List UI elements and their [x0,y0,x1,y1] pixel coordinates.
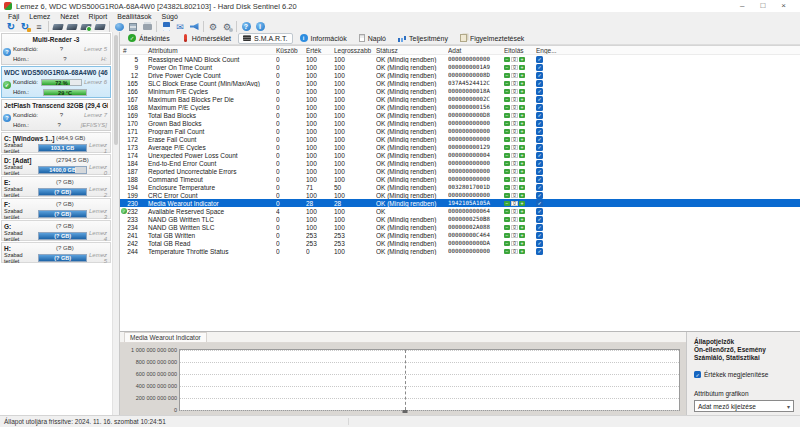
offset-minus-button[interactable]: − [504,113,510,118]
offset-minus-button[interactable]: − [504,97,510,102]
offset-plus-button[interactable]: + [519,97,525,102]
table-row[interactable]: 242 Total GB Read 0 253 253 OK (Mindig r… [120,239,800,247]
settings-icon[interactable]: ⚙ [206,21,220,32]
offset-minus-button[interactable]: − [504,105,510,110]
offset-minus-button[interactable]: − [504,193,510,198]
sidebar-scrollbar[interactable] [112,32,119,415]
table-row[interactable]: 241 Total GB Written 0 253 253 OK (Mindi… [120,231,800,239]
partition-item[interactable]: D: [Adat] (2794,5 GB) Szabad terület 140… [1,154,111,175]
offset-minus-button[interactable]: − [504,73,510,78]
enabled-checkbox[interactable] [536,104,543,111]
partition-item[interactable]: H: (? GB) Szabad terület (? GB) Lemez 5 [1,242,111,263]
enabled-checkbox[interactable] [536,208,543,215]
minimize-button[interactable]: – [740,0,744,12]
enabled-checkbox[interactable] [536,216,543,223]
refresh-icon[interactable]: ↻ [4,21,18,32]
disk-item-wdc-selected[interactable]: WDC WDS500G1R0A-68A4W0 (465,8 G Kondíció… [1,66,111,98]
enabled-checkbox[interactable] [536,136,543,143]
table-row[interactable]: 187 Reported Uncorrectable Errors 0 100 … [120,167,800,175]
tab-homerseklet[interactable]: Hőmérséklet [177,32,236,44]
offset-minus-button[interactable]: − [504,241,510,246]
offset-plus-button[interactable]: + [519,241,525,246]
enabled-checkbox[interactable] [536,120,543,127]
table-row[interactable]: 232 Available Reserved Space 4 100 100 O… [120,207,800,215]
disk-info-icon[interactable] [93,21,107,32]
table-row[interactable]: 199 CRC Error Count 0 100 100 OK (Mindig… [120,191,800,199]
offset-plus-button[interactable]: + [519,249,525,254]
offset-plus-button[interactable]: + [519,177,525,182]
menu-nezet[interactable]: Nézet [55,13,83,20]
offset-minus-button[interactable]: − [504,185,510,190]
scrollbar-thumb[interactable] [114,35,118,145]
enabled-checkbox[interactable] [536,232,543,239]
disk-item-jetflash[interactable]: JetFlash Transcend 32GB (29,4 GB) Kondíc… [1,99,111,131]
table-row[interactable]: 230 Media Wearout Indicator 0 28 28 OK (… [120,199,800,207]
offset-plus-button[interactable]: + [519,113,525,118]
menu-fajl[interactable]: Fájl [3,13,24,20]
tab-teljesitmeny[interactable]: Teljesítmény [393,32,453,44]
table-row[interactable]: 169 Total Bad Blocks 0 100 100 OK (Mindi… [120,111,800,119]
tab-figyelmeztetesek[interactable]: Figyelmeztetések [455,32,529,44]
col-header-id[interactable]: # [120,47,146,54]
show-values-checkbox[interactable] [694,371,701,378]
disk-security-icon[interactable] [112,21,126,32]
partition-item[interactable]: C: [Windows 1..] (464,9 GB) Szabad terül… [1,132,111,153]
offset-minus-button[interactable]: − [504,153,510,158]
enabled-checkbox[interactable] [536,88,543,95]
enabled-checkbox[interactable] [536,240,543,247]
offset-plus-button[interactable]: + [519,129,525,134]
table-row[interactable]: 167 Maximum Bad Blocks Per Die 0 100 100… [120,95,800,103]
col-header-value[interactable]: Érték [306,47,334,54]
offset-minus-button[interactable]: − [504,249,510,254]
offset-plus-button[interactable]: + [519,145,525,150]
table-row[interactable]: 168 Maximum P/E Cycles 0 100 100 OK (Min… [120,103,800,111]
table-row[interactable]: 170 Grown Bad Blocks 0 100 100 OK (Mindi… [120,119,800,127]
offset-minus-button[interactable]: − [504,129,510,134]
disk-item-multireader[interactable]: Multi-Reader -3 Kondíció: ? Lemez 5 Hőm.… [1,33,111,65]
table-row[interactable]: 12 Drive Power Cycle Count 0 100 100 OK … [120,71,800,79]
table-row[interactable]: 171 Program Fail Count 0 100 100 OK (Min… [120,127,800,135]
enabled-checkbox[interactable] [536,248,543,255]
offset-plus-button[interactable]: + [519,193,525,198]
partition-item[interactable]: F: (? GB) Szabad terület (? GB) Lemez 3 [1,198,111,219]
offset-minus-button[interactable]: − [504,233,510,238]
enabled-checkbox[interactable] [536,56,543,63]
offset-plus-button[interactable]: + [519,233,525,238]
offset-minus-button[interactable]: − [504,57,510,62]
partition-item[interactable]: G: (? GB) Szabad terület (? GB) Lemez 4 [1,220,111,241]
enabled-checkbox[interactable] [536,184,543,191]
col-header-attribute[interactable]: Attribútum [146,47,276,54]
table-row[interactable]: 184 End-to-End Error Count 0 100 100 OK … [120,159,800,167]
chart-plot-area[interactable]: 1 000 000 000 000 800 000 000 000 600 00… [179,349,680,411]
table-row[interactable]: 188 Command Timeout 0 100 100 OK (Mindig… [120,175,800,183]
table-row[interactable]: 172 Erase Fail Count 0 100 100 OK (Mindi… [120,135,800,143]
tab-naplo[interactable]: Napló [354,32,391,44]
offset-minus-button[interactable]: − [504,209,510,214]
offset-minus-button[interactable]: − [504,65,510,70]
auto-refresh-icon[interactable]: ↻ [18,21,32,32]
disk-temperature-icon[interactable] [65,21,79,32]
col-header-enabled[interactable]: Enge... [536,47,558,54]
enabled-checkbox[interactable] [536,168,543,175]
table-row[interactable]: 165 SLC Block Erase Count (Min/Max/Avg) … [120,79,800,87]
offset-plus-button[interactable]: + [519,209,525,214]
offset-plus-button[interactable]: + [519,121,525,126]
enabled-checkbox[interactable] [536,192,543,199]
table-row[interactable]: 233 NAND GB Written TLC 0 100 100 OK (Mi… [120,215,800,223]
offset-plus-button[interactable]: + [519,137,525,142]
table-row[interactable]: 9 Power On Time Count 0 100 100 OK (Mind… [120,63,800,71]
menu-sugo[interactable]: Súgó [157,13,183,20]
offset-plus-button[interactable]: + [519,161,525,166]
enabled-checkbox[interactable] [536,112,543,119]
offset-plus-button[interactable]: + [519,57,525,62]
col-header-threshold[interactable]: Küszöb [276,47,306,54]
offset-minus-button[interactable]: − [504,225,510,230]
info-icon[interactable]: i [253,21,267,32]
enabled-checkbox[interactable] [536,96,543,103]
disk-health-icon[interactable] [79,21,93,32]
offset-plus-button[interactable]: + [519,185,525,190]
table-row[interactable]: 194 Enclosure Temperature 0 71 50 OK (Mi… [120,183,800,191]
col-header-data[interactable]: Adat [448,47,504,54]
col-header-offset[interactable]: Eltolás [504,47,536,54]
enabled-checkbox[interactable] [536,152,543,159]
